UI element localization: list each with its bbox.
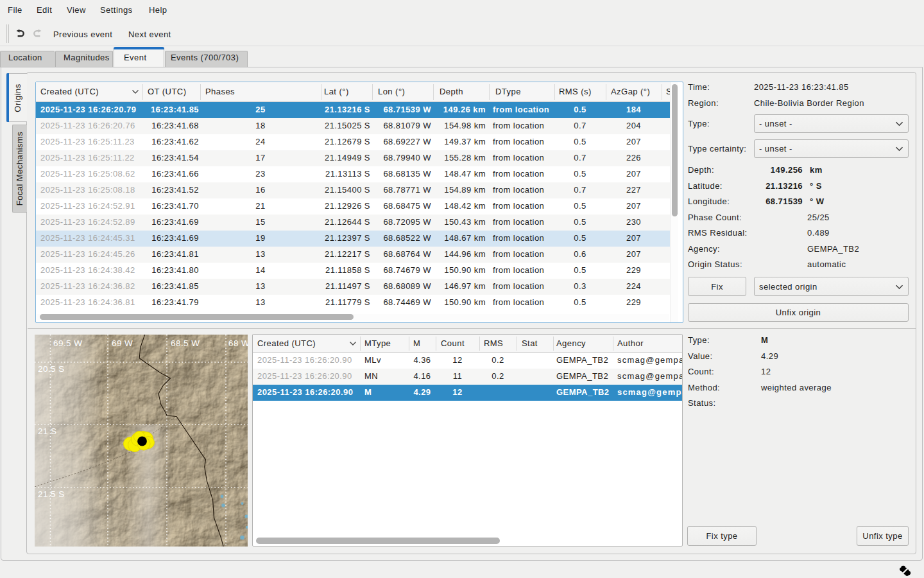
svg-text:68.5 W: 68.5 W: [171, 338, 200, 348]
svg-text:69.5 W: 69.5 W: [53, 338, 82, 348]
svg-text:20.5 S: 20.5 S: [38, 364, 65, 374]
svg-text:69 W: 69 W: [112, 338, 133, 348]
svg-text:68 W: 68 W: [228, 338, 248, 348]
svg-text:21.5 S: 21.5 S: [38, 489, 65, 499]
svg-text:21 S: 21 S: [38, 426, 57, 436]
